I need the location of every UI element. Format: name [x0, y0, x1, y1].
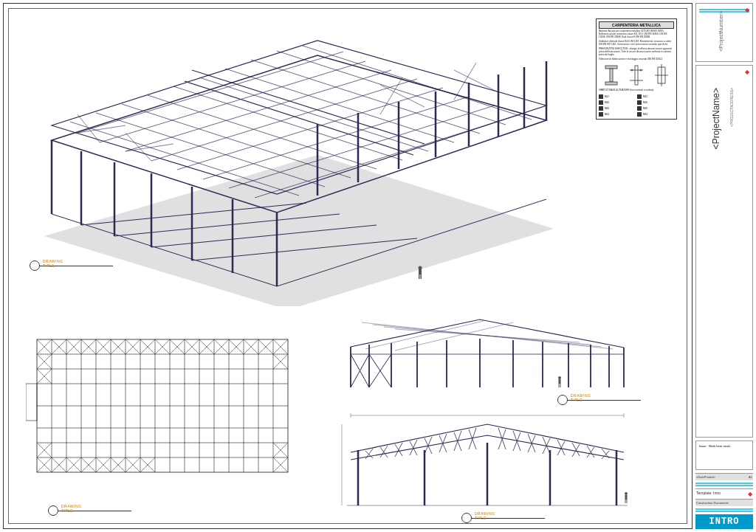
svg-rect-207	[635, 66, 638, 85]
svg-line-16	[100, 61, 365, 142]
svg-rect-44	[421, 274, 422, 279]
svg-rect-156	[559, 384, 560, 387]
svg-rect-155	[559, 379, 561, 384]
svg-line-148	[365, 321, 484, 349]
view-title-1: DRAWING TITLE	[30, 260, 40, 271]
drawing-sheet: DRAWING TITLE	[3, 3, 693, 529]
svg-rect-204	[605, 66, 617, 69]
svg-rect-131	[26, 384, 37, 421]
titlestrip: <ProjectNumber> ◆ <ProjectName> <PROJECT…	[695, 3, 753, 529]
project-name: <ProjectName>	[711, 88, 721, 149]
svg-line-17	[126, 70, 391, 151]
arrow-icon: ◆	[745, 7, 749, 13]
svg-rect-205	[610, 69, 613, 82]
viewport-section	[329, 410, 646, 520]
sheet-code: INTRO	[695, 514, 753, 529]
svg-line-189	[572, 443, 580, 456]
svg-line-35	[126, 144, 173, 151]
notes-panel: CARPENTERIA METALLICA Materiali: Acciaio…	[596, 18, 677, 120]
svg-line-147	[395, 329, 580, 342]
svg-rect-42	[419, 269, 422, 274]
svg-line-194	[602, 451, 609, 459]
view-title-label: DRAWING TITLE	[43, 259, 63, 268]
view-title-label: DRAWING TITLE	[475, 511, 495, 520]
view-title-3: DRAWING TITLE	[557, 395, 568, 405]
notes-symbols: M12M12 M16M16 M20M20 M24M24	[599, 94, 674, 117]
view-bubble-icon	[48, 505, 58, 516]
notes-diagram	[599, 64, 674, 86]
svg-point-154	[558, 376, 561, 379]
svg-line-18	[151, 79, 417, 161]
svg-line-40	[454, 63, 476, 100]
tb-date-row: <DatePrinted>A1	[695, 473, 753, 480]
arrow-icon: ◆	[748, 491, 752, 497]
strip-projectname-block: <ProjectName> <PROJECTADDRESS> ◆	[695, 65, 753, 438]
arrow-icon: ◆	[745, 69, 749, 75]
view-title-label: DRAWING TITLE	[571, 393, 591, 402]
viewport-plan	[26, 328, 299, 505]
notes-title: CARPENTERIA METALLICA	[599, 21, 674, 29]
svg-rect-202	[625, 500, 626, 503]
viewport-3d-main	[11, 11, 557, 306]
svg-rect-157	[560, 384, 561, 387]
project-number: <ProjectNumber>	[718, 11, 724, 52]
view-title-label: DRAWING TITLE	[61, 504, 81, 513]
viewport-3d-small	[321, 314, 639, 402]
tb-status-row: Construction Documents	[695, 499, 753, 506]
svg-line-32	[303, 46, 532, 120]
view-title-4: DRAWING TITLE	[461, 513, 472, 523]
svg-rect-206	[605, 82, 617, 85]
svg-line-15	[78, 52, 343, 133]
svg-rect-201	[625, 495, 628, 500]
notes-text: Materiali: Acciaio per carpenteria metal…	[599, 30, 674, 61]
svg-point-41	[419, 266, 422, 270]
strip-issue-block: Issue · Work here starts	[695, 441, 753, 470]
view-bubble-icon	[30, 260, 40, 271]
svg-line-34	[78, 114, 100, 142]
svg-rect-203	[627, 500, 628, 503]
svg-rect-43	[419, 274, 420, 279]
svg-point-200	[625, 492, 628, 495]
tb-template-row: Template: Intro ◆	[695, 488, 753, 499]
strip-projectnumber-block: <ProjectNumber> ◆	[695, 3, 753, 62]
titleblock: <DatePrinted>A1 Template: Intro ◆ Constr…	[695, 473, 753, 529]
view-bubble-icon	[557, 395, 568, 405]
view-title-2: DRAWING TITLE	[48, 505, 58, 516]
view-bubble-icon	[461, 513, 472, 523]
project-address: <PROJECTADDRESS>	[729, 88, 734, 127]
